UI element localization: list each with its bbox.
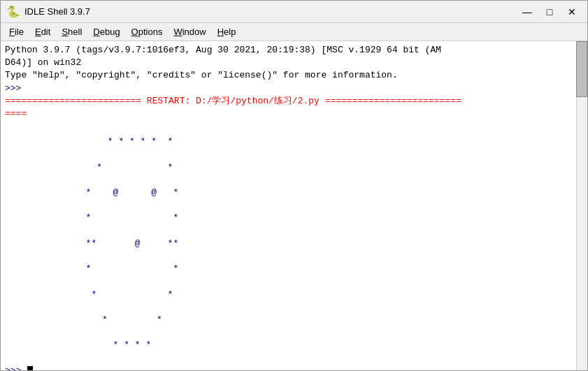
- cursor: [27, 366, 33, 370]
- menu-file[interactable]: File: [3, 25, 29, 38]
- app-icon: 🐍: [6, 5, 20, 19]
- ascii-line-6: * *: [75, 263, 583, 275]
- ascii-line-2: * *: [75, 161, 583, 174]
- ascii-line-7: * *: [75, 289, 583, 301]
- menu-shell[interactable]: Shell: [56, 25, 87, 38]
- shell-restart-line: ========================= RESTART: D:/学习…: [5, 95, 583, 108]
- shell-output[interactable]: Python 3.9.7 (tags/v3.9.7:1016ef3, Aug 3…: [1, 41, 587, 370]
- shell-restart-cont: ====: [5, 108, 583, 120]
- close-button[interactable]: ✕: [562, 4, 582, 20]
- ascii-line-9: * * * *: [75, 339, 583, 351]
- shell-line-1: Python 3.9.7 (tags/v3.9.7:1016ef3, Aug 3…: [5, 44, 583, 57]
- scrollbar-thumb[interactable]: [576, 41, 587, 97]
- ascii-line-5: ** @ **: [75, 238, 583, 250]
- menu-options[interactable]: Options: [126, 25, 168, 38]
- ascii-art-display: * * * * * * * * * @ @ * * * ** @ ** * * …: [75, 136, 583, 351]
- menu-bar: File Edit Shell Debug Options Window Hel…: [1, 23, 587, 41]
- shell-line-2: D64)] on win32: [5, 57, 583, 69]
- shell-line-3: Type "help", "copyright", "credits" or "…: [5, 69, 583, 82]
- menu-debug[interactable]: Debug: [87, 25, 125, 38]
- maximize-button[interactable]: □: [540, 4, 559, 20]
- minimize-button[interactable]: —: [517, 4, 537, 20]
- shell-prompt-final: >>>: [5, 365, 583, 370]
- idle-window: 🐍 IDLE Shell 3.9.7 — □ ✕ File Edit Shell…: [0, 0, 588, 371]
- ascii-line-8: * *: [75, 314, 583, 326]
- prompt-text: >>>: [5, 365, 27, 370]
- ascii-line-4: * *: [75, 212, 583, 224]
- shell-prompt-1: >>>: [5, 82, 583, 95]
- scrollbar[interactable]: [576, 41, 587, 370]
- window-controls: — □ ✕: [517, 4, 582, 20]
- ascii-line-3: * @ @ *: [75, 187, 583, 199]
- ascii-line-1: * * * * * *: [75, 136, 583, 148]
- menu-window[interactable]: Window: [168, 25, 211, 38]
- menu-help[interactable]: Help: [212, 25, 242, 38]
- title-bar: 🐍 IDLE Shell 3.9.7 — □ ✕: [1, 1, 587, 23]
- menu-edit[interactable]: Edit: [29, 25, 56, 38]
- window-title: IDLE Shell 3.9.7: [24, 6, 517, 17]
